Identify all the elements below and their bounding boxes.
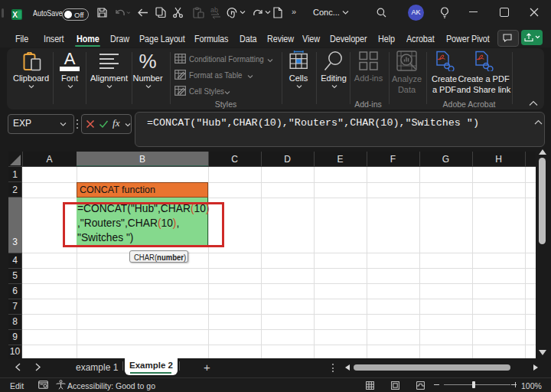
svg-text:X: X	[12, 11, 18, 19]
